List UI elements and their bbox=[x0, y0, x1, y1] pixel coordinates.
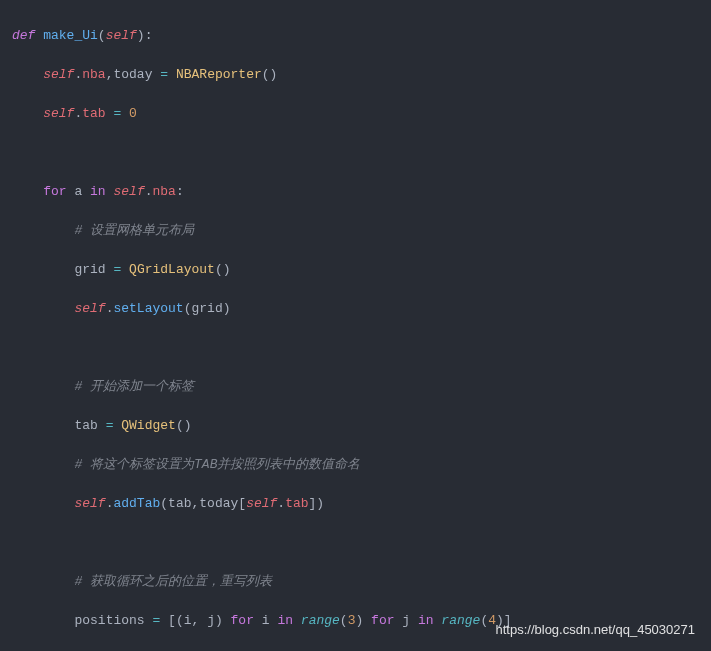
code-line: # 获取循环之后的位置，重写列表 bbox=[12, 572, 711, 592]
function-name: make_Ui bbox=[43, 28, 98, 43]
blank-line bbox=[12, 533, 711, 553]
code-line: tab = QWidget() bbox=[12, 416, 711, 436]
code-line: self.nba,today = NBAReporter() bbox=[12, 65, 711, 85]
code-line: def make_Ui(self): bbox=[12, 26, 711, 46]
keyword-def: def bbox=[12, 28, 35, 43]
self-param: self bbox=[106, 28, 137, 43]
watermark-text: https://blog.csdn.net/qq_45030271 bbox=[496, 620, 696, 640]
code-line: for a in self.nba: bbox=[12, 182, 711, 202]
blank-line bbox=[12, 338, 711, 358]
code-line: self.addTab(tab,today[self.tab]) bbox=[12, 494, 711, 514]
code-block: def make_Ui(self): self.nba,today = NBAR… bbox=[0, 0, 711, 651]
code-line: # 开始添加一个标签 bbox=[12, 377, 711, 397]
code-line: self.tab = 0 bbox=[12, 104, 711, 124]
code-line: # 将这个标签设置为TAB并按照列表中的数值命名 bbox=[12, 455, 711, 475]
code-line: self.setLayout(grid) bbox=[12, 299, 711, 319]
code-line: grid = QGridLayout() bbox=[12, 260, 711, 280]
blank-line bbox=[12, 143, 711, 163]
code-line: # 设置网格单元布局 bbox=[12, 221, 711, 241]
